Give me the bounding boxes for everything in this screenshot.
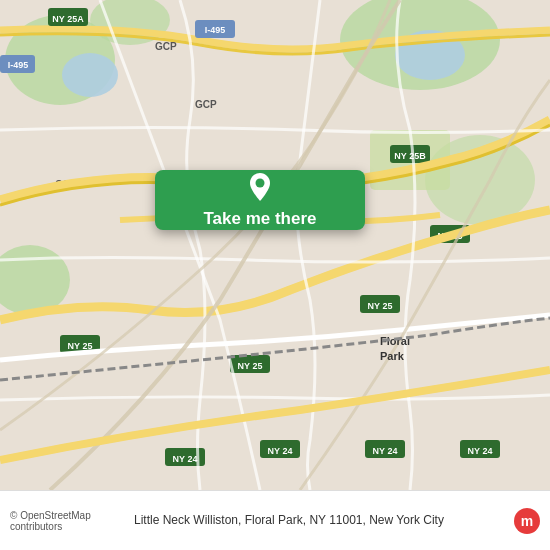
svg-text:NY 24: NY 24 — [373, 446, 398, 456]
attribution-text: © OpenStreetMap contributors — [10, 510, 91, 532]
svg-text:NY 24: NY 24 — [173, 454, 198, 464]
bottom-bar: © OpenStreetMap contributors Little Neck… — [0, 490, 550, 550]
svg-text:NY 25A: NY 25A — [52, 14, 84, 24]
take-me-there-label: Take me there — [203, 209, 316, 229]
address-text: Little Neck Williston, Floral Park, NY 1… — [134, 513, 506, 529]
svg-text:I-495: I-495 — [8, 60, 29, 70]
take-me-there-button[interactable]: Take me there — [155, 170, 365, 230]
svg-text:NY 25: NY 25 — [368, 301, 393, 311]
svg-text:m: m — [521, 513, 533, 529]
svg-text:Park: Park — [380, 350, 405, 362]
svg-text:NY 24: NY 24 — [268, 446, 293, 456]
svg-point-41 — [256, 179, 265, 188]
svg-text:I-495: I-495 — [205, 25, 226, 35]
svg-point-7 — [62, 53, 118, 97]
attribution: © OpenStreetMap contributors — [10, 510, 134, 532]
location-pin-icon — [246, 171, 274, 207]
svg-text:NY 25: NY 25 — [238, 361, 263, 371]
map-svg: I-495 I-495 NY 25A NY 25B NY 258 NY 25 N… — [0, 0, 550, 490]
svg-text:GCP: GCP — [155, 41, 177, 52]
svg-text:NY 25B: NY 25B — [394, 151, 426, 161]
svg-text:NY 24: NY 24 — [468, 446, 493, 456]
svg-text:NY 25: NY 25 — [68, 341, 93, 351]
moovit-icon: m — [514, 508, 540, 534]
svg-text:GCP: GCP — [195, 99, 217, 110]
map-container: I-495 I-495 NY 25A NY 25B NY 258 NY 25 N… — [0, 0, 550, 490]
moovit-logo: m — [514, 508, 540, 534]
